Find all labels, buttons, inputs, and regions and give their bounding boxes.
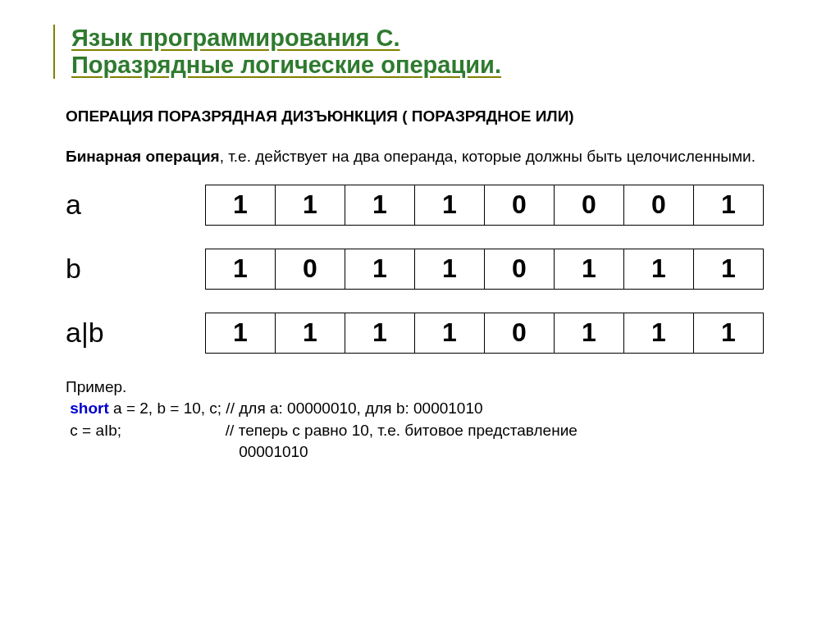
bit-cell: 1 — [205, 185, 276, 226]
slide: Язык программирования С. Поразрядные лог… — [0, 0, 840, 480]
title-line-1: Язык программирования С. — [71, 25, 791, 52]
bit-row-a: a 1 1 1 1 0 0 0 1 — [66, 185, 791, 226]
bit-cell: 0 — [554, 185, 624, 226]
bit-cell: 1 — [693, 313, 764, 354]
bit-cell: 0 — [275, 249, 345, 290]
bits-b: 1 0 1 1 0 1 1 1 — [205, 249, 764, 290]
bit-cell: 1 — [623, 249, 694, 290]
operation-description: Бинарная операция, т.е. действует на два… — [66, 146, 791, 168]
bit-cell: 1 — [275, 313, 345, 354]
bit-cell: 1 — [693, 249, 764, 290]
bit-cell: 1 — [275, 185, 345, 226]
desc-rest: , т.е. действует на два операнда, которы… — [220, 148, 756, 165]
bit-cell: 0 — [484, 249, 555, 290]
bit-row-b: b 1 0 1 1 0 1 1 1 — [66, 249, 791, 290]
bit-cell: 0 — [484, 185, 555, 226]
bit-cell: 1 — [345, 249, 415, 290]
bit-cell: 1 — [345, 313, 415, 354]
code-line-1: short a = 2, b = 10, c; // для a: 000000… — [66, 398, 791, 420]
title-line-2: Поразрядные логические операции. — [71, 52, 791, 79]
bit-cell: 1 — [693, 185, 764, 226]
label-b: b — [66, 253, 205, 285]
operation-subtitle: ОПЕРАЦИЯ ПОРАЗРЯДНАЯ ДИЗЪЮНКЦИЯ ( ПОРАЗР… — [66, 107, 791, 126]
bit-cell: 1 — [554, 313, 624, 354]
bit-cell: 1 — [623, 313, 694, 354]
label-ab: a|b — [66, 317, 205, 349]
bit-cell: 0 — [484, 313, 555, 354]
bit-cell: 1 — [414, 249, 485, 290]
bits-ab: 1 1 1 1 0 1 1 1 — [205, 313, 764, 354]
code-line-2: c = aIb; // теперь c равно 10, т.е. бито… — [66, 420, 791, 442]
bit-cell: 1 — [205, 249, 276, 290]
title-block: Язык программирования С. Поразрядные лог… — [53, 25, 791, 79]
bit-cell: 1 — [205, 313, 276, 354]
label-a: a — [66, 189, 205, 221]
keyword-short: short — [70, 399, 109, 417]
bit-cell: 1 — [414, 185, 485, 226]
code-line-3: 00001010 — [66, 441, 791, 463]
bit-row-ab: a|b 1 1 1 1 0 1 1 1 — [66, 313, 791, 354]
bits-a: 1 1 1 1 0 0 0 1 — [205, 185, 764, 226]
code-text: a = 2, b = 10, c; // для a: 00000010, дл… — [109, 399, 483, 417]
desc-bold: Бинарная операция — [66, 148, 220, 165]
bit-cell: 1 — [414, 313, 485, 354]
bit-cell: 0 — [623, 185, 694, 226]
bit-cell: 1 — [554, 249, 624, 290]
example-label: Пример. — [66, 377, 791, 399]
example-block: Пример. short a = 2, b = 10, c; // для a… — [66, 377, 791, 463]
bit-cell: 1 — [345, 185, 415, 226]
